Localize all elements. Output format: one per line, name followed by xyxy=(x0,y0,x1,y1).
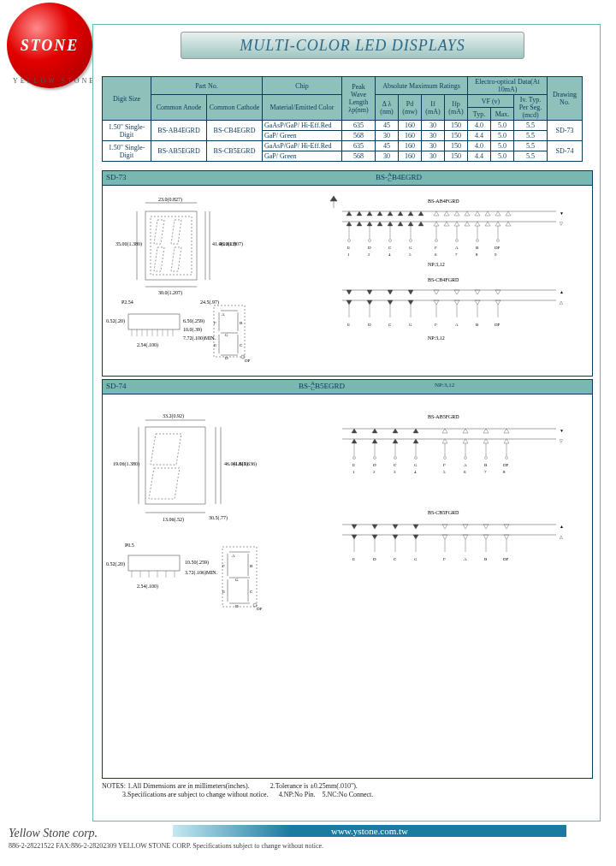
svg-text:A: A xyxy=(455,246,459,250)
th-partno: Part No. xyxy=(151,77,263,95)
svg-text:D: D xyxy=(235,604,239,608)
svg-text:8: 8 xyxy=(503,470,506,474)
cell-size: 1.50" Single-Digit xyxy=(103,121,151,141)
svg-text:B: B xyxy=(476,246,479,250)
svg-point-152 xyxy=(506,456,508,459)
th-if: If (mA) xyxy=(422,95,445,121)
svg-text:▽: ▽ xyxy=(560,222,563,226)
svg-text:D: D xyxy=(373,463,376,467)
svg-text:NP:3,12: NP:3,12 xyxy=(428,335,445,341)
cell: 4.4 xyxy=(468,131,491,141)
svg-text:DP: DP xyxy=(503,557,509,561)
svg-text:F: F xyxy=(435,323,437,327)
footer-company: Yellow Stone corp. xyxy=(9,827,98,839)
svg-point-149 xyxy=(444,456,447,459)
th-material: Material/Emitted Color xyxy=(263,95,342,121)
svg-text:E: E xyxy=(214,343,216,347)
pn-suffix: B5EGRD xyxy=(315,382,345,390)
svg-text:6.50(.259): 6.50(.259) xyxy=(183,318,204,324)
svg-point-147 xyxy=(394,456,397,459)
svg-text:P2.54: P2.54 xyxy=(121,300,133,305)
cell: 30 xyxy=(376,151,399,162)
svg-rect-7 xyxy=(128,314,180,329)
svg-point-151 xyxy=(485,456,488,459)
svg-text:G: G xyxy=(414,463,418,467)
svg-text:A: A xyxy=(232,554,235,558)
cell: 30 xyxy=(376,131,399,141)
th-digit: Digit Size xyxy=(103,77,151,121)
svg-text:▲: ▲ xyxy=(560,290,564,294)
svg-text:3.72(.106)MIN.: 3.72(.106)MIN. xyxy=(185,570,218,576)
note-1: NOTES: 1.All Dimensions are in millimete… xyxy=(102,782,250,790)
th-typ: Typ. xyxy=(468,108,491,121)
footer-url: www.ystone.com.tw xyxy=(173,825,566,837)
svg-text:F: F xyxy=(443,557,446,561)
svg-point-146 xyxy=(374,456,376,459)
svg-text:G: G xyxy=(235,578,239,582)
svg-text:NP:3,12: NP:3,12 xyxy=(428,262,445,267)
mechanical-drawing: 23.0(0.827) 35.00(1.380) 41.0(1.613) 46.… xyxy=(120,203,299,375)
svg-text:41.6(1.636): 41.6(1.636) xyxy=(233,461,257,467)
svg-text:C: C xyxy=(388,323,392,327)
svg-text:3: 3 xyxy=(394,470,396,474)
svg-point-53 xyxy=(389,239,392,241)
svg-text:BS-CB5FGRD: BS-CB5FGRD xyxy=(428,510,459,515)
svg-text:24.5(.97): 24.5(.97) xyxy=(200,300,219,305)
th-iv: Iv. Typ. Per Seg. (mcd) xyxy=(514,95,548,121)
svg-text:G: G xyxy=(409,323,412,327)
svg-text:E: E xyxy=(347,323,350,327)
drawing-panel-sd74: SD-74 BS-ACB5EGRD NP:3,12 xyxy=(102,379,593,779)
svg-text:F: F xyxy=(435,246,437,250)
cell-mat: GaP/ Green xyxy=(263,131,342,141)
cell: 568 xyxy=(342,131,376,141)
drawing-panel-sd73: SD-73 BS-ACB4EGRD xyxy=(102,170,593,377)
svg-text:▽: ▽ xyxy=(560,439,563,443)
pn-prefix: BS- xyxy=(299,382,311,390)
cell-dwg: SD-73 xyxy=(548,121,583,141)
cell: 160 xyxy=(399,121,422,131)
svg-text:A: A xyxy=(455,323,459,327)
svg-text:B: B xyxy=(250,564,253,568)
table-row: 1.50" Single-Digit BS-AB4EGRD BS-CB4EGRD… xyxy=(103,121,583,131)
cell-mat: GaP/ Green xyxy=(263,151,342,162)
svg-text:DP: DP xyxy=(495,246,500,250)
svg-text:D: D xyxy=(225,356,228,360)
cell-anode: BS-AB4EGRD xyxy=(151,121,207,141)
svg-text:9: 9 xyxy=(495,252,497,257)
svg-text:7.72(.100)MIN.: 7.72(.100)MIN. xyxy=(183,335,216,341)
svg-text:E: E xyxy=(347,246,350,250)
svg-text:30.5(.77): 30.5(.77) xyxy=(209,515,228,521)
cell: 45 xyxy=(376,141,399,151)
cell: 150 xyxy=(445,141,468,151)
svg-text:G: G xyxy=(414,557,418,561)
footer: Yellow Stone corp. www.ystone.com.tw 886… xyxy=(9,825,607,850)
svg-rect-0 xyxy=(145,211,197,280)
np-label: NP:3,12 xyxy=(435,382,589,392)
svg-text:E: E xyxy=(222,590,225,594)
svg-point-52 xyxy=(369,239,371,241)
svg-point-57 xyxy=(477,239,479,241)
cell: 568 xyxy=(342,151,376,162)
cell: 160 xyxy=(399,141,422,151)
title-banner: MULTI-COLOR LED DISPLAYS xyxy=(181,32,524,59)
svg-text:10.50(.259): 10.50(.259) xyxy=(185,560,209,566)
cell: 150 xyxy=(445,121,468,131)
svg-rect-100 xyxy=(145,427,205,504)
cell: 4.0 xyxy=(468,141,491,151)
svg-text:▼: ▼ xyxy=(560,211,564,216)
spec-table: Digit Size Part No. Chip Peak Wave Lengt… xyxy=(102,76,583,162)
panel-pn: BS-ACB4EGRD xyxy=(209,173,589,183)
svg-point-56 xyxy=(456,239,459,241)
svg-text:G: G xyxy=(225,333,228,337)
note-2: 2.Tolerance is ±0.25mm(.010"). xyxy=(270,782,358,790)
svg-text:23.0(0.827): 23.0(0.827) xyxy=(158,197,182,203)
pn-suffix: B4EGRD xyxy=(392,173,422,181)
svg-point-54 xyxy=(410,239,412,241)
svg-text:46.0(1.807): 46.0(1.807) xyxy=(219,241,243,247)
cell: 635 xyxy=(342,141,376,151)
svg-text:2: 2 xyxy=(373,470,376,474)
table-row: 1.50" Single-Digit BS-AB5EGRD BS-CB5EGRD… xyxy=(103,141,583,151)
svg-point-150 xyxy=(465,456,467,459)
cell-cathode: BS-CB4EGRD xyxy=(207,121,263,141)
pn-prefix: BS- xyxy=(376,173,388,181)
